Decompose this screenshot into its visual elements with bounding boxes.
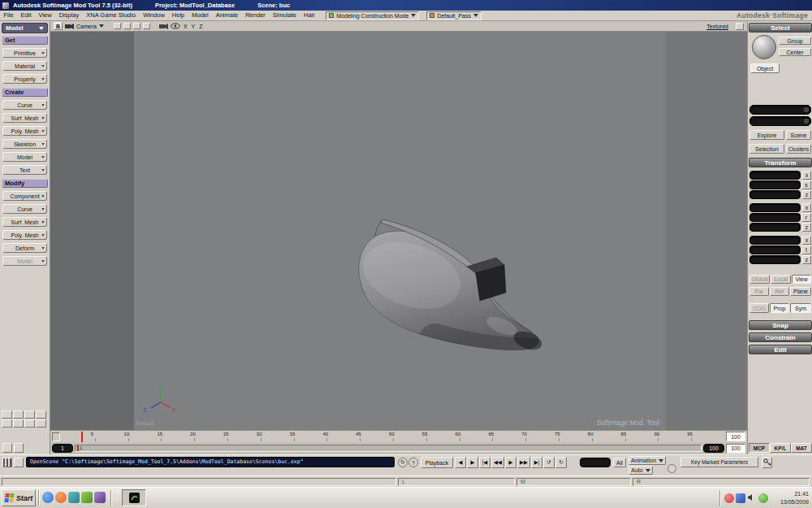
local-space-button[interactable]: Local [771,275,791,284]
viewport-layout-button[interactable] [13,419,24,428]
toolbar-mode-select[interactable]: Model [2,23,48,33]
alert-tray-icon[interactable] [724,493,734,503]
plane-button[interactable]: Plane [790,287,811,296]
firefox-icon[interactable] [55,492,67,503]
axis-z-toggle[interactable]: Z [198,24,203,29]
clusters-button[interactable]: Clusters [786,144,811,154]
transform-axis-button[interactable]: z [802,255,811,264]
viewport-layout-button[interactable] [13,410,24,419]
camera-select-icon[interactable] [159,23,168,29]
menu-item[interactable]: XNA Game Studio [83,11,140,20]
object-button[interactable]: Object [750,63,780,73]
refresh-icon[interactable]: ↻ [398,458,408,467]
transform-value-field[interactable] [749,223,801,232]
tool-button[interactable]: Component [2,191,47,201]
viewport-layout-button[interactable] [2,419,12,428]
snap-header[interactable]: Snap [749,320,812,330]
tool-button[interactable]: Curve [2,100,47,110]
menu-item[interactable]: Display [55,11,83,20]
tool-button[interactable]: Surf. Mesh [2,113,47,123]
ref-button[interactable]: Ref [770,287,789,296]
menu-item[interactable]: Animate [212,11,242,20]
memo-cam-button[interactable] [133,23,140,29]
eye-icon[interactable] [171,23,180,29]
transform-value-field[interactable] [749,236,801,245]
shoe-model[interactable]: Y X Z [50,32,747,430]
key-icon[interactable] [762,457,772,468]
range-start-field[interactable]: 1 [52,444,73,453]
command-log-icon[interactable] [14,458,24,467]
menu-item[interactable]: Edit [17,11,35,20]
transform-value-field[interactable] [749,213,801,222]
viewport[interactable]: Y X Z Result Softimage Mod. Tool [50,32,747,430]
memo-cam-button[interactable] [123,23,131,29]
tool-button[interactable]: Material [2,61,47,71]
autokey-indicator-icon[interactable] [667,464,676,473]
edit-header[interactable]: Edit [749,345,812,354]
menu-item[interactable]: View [35,11,55,20]
viewport-layout-button[interactable] [36,410,46,419]
timeline-ruler[interactable]: 5101520253035404550556065707580859095 [62,432,724,442]
tool-button[interactable]: Property [2,74,47,84]
tools-app-icon[interactable] [94,492,106,503]
view-letter-button[interactable]: B [54,22,63,30]
tool-button[interactable]: Primitive [2,48,47,58]
transform-axis-button[interactable]: x [802,236,811,245]
tool-button[interactable]: Deform [2,243,47,253]
end-frame-box[interactable]: 100 [726,432,745,441]
transform-value-field[interactable] [749,171,801,180]
scene-button[interactable]: Scene [786,130,811,140]
explore-button[interactable]: Explore [749,130,784,140]
center-button[interactable]: Center [779,48,811,56]
transform-axis-button[interactable]: x [802,203,811,212]
sym-button[interactable]: Sym [790,303,811,313]
selection-button[interactable]: Selection [749,144,784,154]
selection-field-2[interactable] [749,116,811,126]
transport-button[interactable]: ▶ [467,457,478,468]
camera-menu[interactable]: Camera [76,24,97,29]
field-knob-icon[interactable] [804,119,809,124]
transform-axis-button[interactable]: z [802,223,811,232]
scale-mode-button[interactable]: s [801,180,811,189]
browser-icon[interactable] [42,492,54,503]
display-mode-menu[interactable]: Textured [706,24,728,29]
range-end-box[interactable]: 100 [726,444,745,454]
transport-button[interactable]: ▶| [531,457,542,468]
tool-button[interactable]: Skeleton [2,139,47,149]
selection-field-1[interactable] [749,105,811,115]
display-tray-icon[interactable] [736,493,745,503]
current-frame-field[interactable] [580,458,611,467]
construction-mode-select[interactable]: Modeling Construction Mode [326,11,419,20]
all-button[interactable]: All [613,458,626,467]
tool-button[interactable]: Poly. Mesh [2,126,47,136]
range-end-field[interactable]: 100 [703,444,724,453]
axis-y-toggle[interactable]: Y [191,24,197,29]
prop-button[interactable]: Prop [770,303,789,313]
transform-value-field[interactable] [749,180,801,189]
tab-kpl[interactable]: KP/L [770,443,791,453]
tool-button[interactable]: Curve [2,204,47,214]
viewport-resize-icon[interactable] [736,23,744,30]
global-space-button[interactable]: Global [749,275,770,284]
transport-button[interactable]: ◀◀ [491,457,504,468]
softimage-task-button[interactable] [122,489,146,506]
memo-cam-button[interactable] [114,23,121,29]
media-app-icon[interactable] [68,492,80,503]
transport-button[interactable]: ↺ [543,457,555,468]
playback-menu-button[interactable]: Playback [421,457,453,468]
pass-select[interactable]: Default_Pass [426,11,482,20]
tab-mat[interactable]: MAT [791,443,812,453]
transform-value-field[interactable] [749,190,801,199]
select-header[interactable]: Select [749,23,812,33]
selection-filter-sphere-button[interactable] [752,35,776,59]
transport-button[interactable]: ↻ [555,457,567,468]
tool-button[interactable]: Model [2,152,47,162]
group-button[interactable]: Group [779,37,811,45]
translate-mode-button[interactable]: t [801,245,811,254]
transform-axis-button[interactable]: z [802,190,811,199]
tool-button[interactable]: Model [2,256,47,266]
transform-value-field[interactable] [749,203,801,212]
field-knob-icon[interactable] [804,107,809,112]
viewport-layout-button[interactable] [36,419,46,428]
tool-button[interactable]: Text [2,165,47,175]
